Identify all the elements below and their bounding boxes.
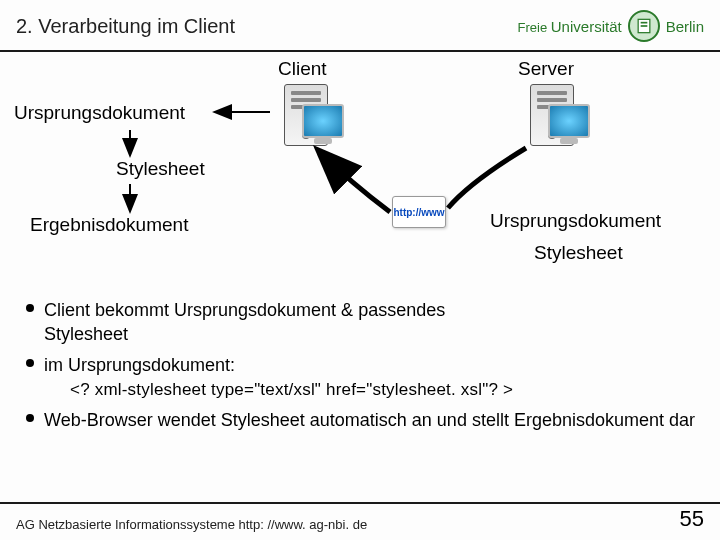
label-ursprung-left: Ursprungsdokument xyxy=(14,102,185,124)
logo-text-right: Berlin xyxy=(666,18,704,35)
svg-rect-2 xyxy=(640,25,647,27)
server-computer-icon xyxy=(520,84,584,146)
logo-main: Universität xyxy=(551,18,622,35)
bullet-1-text: Client bekommt Ursprungsdokument & passe… xyxy=(44,298,445,347)
header: 2. Verarbeitung im Client Freie Universi… xyxy=(0,0,720,46)
http-badge: http://www xyxy=(392,196,446,228)
logo-text-left: Freie Universität xyxy=(518,18,622,35)
logo-prefix: Freie xyxy=(518,20,548,35)
label-stylesheet-left: Stylesheet xyxy=(116,158,205,180)
shield-icon xyxy=(628,10,660,42)
bullet-dot-icon xyxy=(26,304,34,312)
bullet-dot-icon xyxy=(26,359,34,367)
bullet-dot-icon xyxy=(26,414,34,422)
logo-city: Berlin xyxy=(666,18,704,35)
client-heading: Client xyxy=(278,58,327,80)
page-number: 55 xyxy=(680,506,704,532)
label-ursprung-right: Ursprungsdokument xyxy=(490,210,661,232)
bullet-2: im Ursprungsdokument: xyxy=(26,353,698,377)
label-stylesheet-right: Stylesheet xyxy=(534,242,623,264)
svg-rect-1 xyxy=(640,22,647,24)
code-line: <? xml-stylesheet type="text/xsl" href="… xyxy=(26,379,698,402)
bullet-1: Client bekommt Ursprungsdokument & passe… xyxy=(26,298,698,347)
bullet-1-line1: Client bekommt Ursprungsdokument & passe… xyxy=(44,300,445,320)
university-logo: Freie Universität Berlin xyxy=(518,10,704,42)
bullet-3: Web-Browser wendet Stylesheet automatisc… xyxy=(26,408,698,432)
bullet-1-line2: Stylesheet xyxy=(44,324,128,344)
page-title: 2. Verarbeitung im Client xyxy=(16,15,235,38)
client-computer-icon xyxy=(274,84,338,146)
footer-text: AG Netzbasierte Informationssysteme http… xyxy=(16,517,367,532)
footer: AG Netzbasierte Informationssysteme http… xyxy=(0,500,720,540)
bullet-2-text: im Ursprungsdokument: xyxy=(44,353,235,377)
diagram-area: Client Server Ursprungsdokument Styleshe… xyxy=(0,52,720,284)
label-ergebnis: Ergebnisdokument xyxy=(30,214,188,236)
bullet-3-text: Web-Browser wendet Stylesheet automatisc… xyxy=(44,408,695,432)
bullet-list: Client bekommt Ursprungsdokument & passe… xyxy=(0,284,720,432)
server-heading: Server xyxy=(518,58,574,80)
